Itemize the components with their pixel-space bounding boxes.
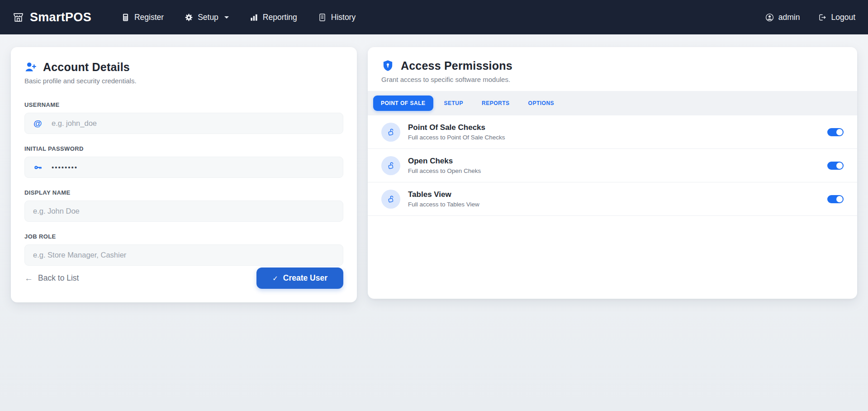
account-form: USERNAME @ INITIAL PASSWORD [24, 90, 343, 266]
shop-icon [13, 12, 24, 23]
toggle-switch-tables-view[interactable] [827, 195, 844, 203]
nav-user-label: admin [778, 13, 800, 22]
unlock-icon-badge [381, 156, 400, 175]
permission-subtitle: Full access to Tables View [408, 201, 479, 208]
switch-knob [836, 162, 843, 169]
chevron-down-icon [224, 16, 229, 19]
nav-label-register: Register [134, 13, 164, 22]
bar-chart-icon [250, 13, 258, 22]
permission-texts: Tables View Full access to Tables View [408, 190, 479, 208]
nav-logout-label: Logout [831, 13, 855, 22]
display-name-label: DISPLAY NAME [24, 189, 343, 196]
permission-subtitle: Full access to Point Of Sale Checks [408, 134, 505, 141]
person-plus-icon [24, 61, 37, 73]
job-role-input[interactable] [24, 244, 343, 266]
logout-icon [818, 13, 826, 22]
tab-options[interactable]: OPTIONS [521, 96, 562, 111]
nav-item-reporting[interactable]: Reporting [250, 13, 297, 22]
shield-lock-icon [381, 59, 394, 72]
account-card-footer: ← Back to List ✓ Create User [24, 268, 343, 289]
create-user-button[interactable]: ✓ Create User [256, 268, 343, 289]
brand-title: SmartPOS [30, 10, 91, 24]
brand[interactable]: SmartPOS [13, 10, 91, 24]
access-permissions-card: Access Permissions Grant access to speci… [368, 47, 857, 299]
permissions-card-subtitle: Grant access to specific software module… [381, 76, 844, 83]
job-role-label: JOB ROLE [24, 233, 343, 240]
toggle-switch-pos-checks[interactable] [827, 128, 844, 136]
permissions-card-title: Access Permissions [401, 59, 512, 72]
main-content: Account Details Basic profile and securi… [0, 34, 868, 315]
key-icon [33, 163, 43, 172]
account-card-subtitle: Basic profile and security credentials. [24, 77, 343, 85]
permission-title: Tables View [408, 190, 479, 199]
toggle-switch-open-cheks[interactable] [827, 162, 844, 170]
calculator-icon [121, 13, 130, 22]
display-name-input-wrap [24, 201, 343, 222]
unlock-icon-badge [381, 190, 400, 209]
nav-item-register[interactable]: Register [121, 13, 164, 22]
nav-links: Register Setup [121, 13, 356, 22]
permission-title: Point Of Sale Checks [408, 123, 505, 132]
back-to-list-link[interactable]: ← Back to List [24, 273, 79, 283]
permission-texts: Open Cheks Full access to Open Cheks [408, 157, 481, 174]
permission-row-tables-view: Tables View Full access to Tables View [368, 182, 857, 216]
switch-knob [836, 196, 843, 202]
permissions-tab-strip: POINT OF SALE SETUP REPORTS OPTIONS [368, 91, 857, 115]
permission-texts: Point Of Sale Checks Full access to Poin… [408, 123, 505, 141]
permission-row-pos-checks: Point Of Sale Checks Full access to Poin… [368, 115, 857, 149]
username-label: USERNAME [24, 101, 343, 108]
tab-point-of-sale[interactable]: POINT OF SALE [373, 96, 433, 111]
permission-row-open-cheks: Open Cheks Full access to Open Cheks [368, 149, 857, 182]
nav-label-history: History [331, 13, 356, 22]
username-group: USERNAME @ [24, 101, 343, 134]
top-navbar: SmartPOS Register [0, 0, 868, 34]
permission-subtitle: Full access to Open Cheks [408, 167, 481, 174]
tab-setup[interactable]: SETUP [436, 96, 471, 111]
username-input[interactable] [24, 113, 343, 134]
nav-item-history[interactable]: History [318, 13, 356, 22]
account-card-title: Account Details [43, 61, 130, 74]
journal-icon [318, 13, 327, 22]
display-name-input[interactable] [24, 201, 343, 222]
password-input-wrap [24, 157, 343, 178]
unlock-icon-badge [381, 123, 400, 142]
nav-logout[interactable]: Logout [818, 13, 855, 22]
check-icon: ✓ [272, 274, 278, 282]
permission-title: Open Cheks [408, 157, 481, 166]
job-role-group: JOB ROLE [24, 233, 343, 266]
gear-icon [185, 13, 193, 22]
arrow-left-icon: ← [24, 273, 33, 283]
person-circle-icon [765, 13, 774, 22]
account-details-card: Account Details Basic profile and securi… [11, 47, 357, 302]
password-input[interactable] [24, 157, 343, 178]
password-label: INITIAL PASSWORD [24, 145, 343, 152]
nav-label-setup: Setup [198, 13, 218, 22]
nav-item-setup[interactable]: Setup [185, 13, 229, 22]
permissions-list: Point Of Sale Checks Full access to Poin… [368, 115, 857, 216]
back-to-list-label: Back to List [38, 273, 79, 283]
nav-user[interactable]: admin [765, 13, 800, 22]
switch-knob [836, 129, 843, 135]
password-group: INITIAL PASSWORD [24, 145, 343, 178]
nav-right: admin Logout [765, 13, 855, 22]
job-role-input-wrap [24, 244, 343, 266]
tab-reports[interactable]: REPORTS [474, 96, 517, 111]
username-input-wrap: @ [24, 113, 343, 134]
account-card-header: Account Details [24, 61, 343, 74]
permissions-card-header: Access Permissions Grant access to speci… [368, 47, 857, 91]
nav-label-reporting: Reporting [263, 13, 297, 22]
display-name-group: DISPLAY NAME [24, 189, 343, 222]
at-icon: @ [33, 119, 42, 129]
permissions-title-row: Access Permissions [381, 59, 844, 72]
create-user-label: Create User [283, 273, 327, 283]
